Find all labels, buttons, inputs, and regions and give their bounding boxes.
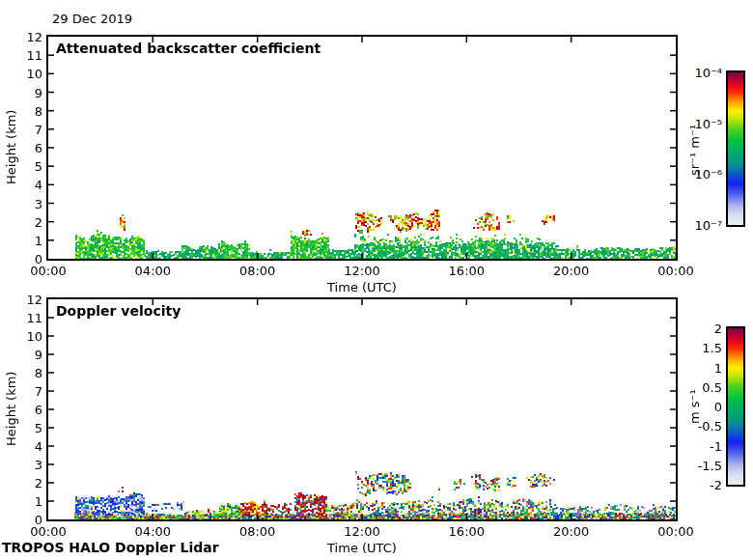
- y-tick-label: 10: [26, 328, 42, 343]
- x-tick-label: 20:00: [553, 264, 589, 278]
- backscatter-panel: [46, 35, 678, 261]
- y-tick-label: 6: [35, 141, 42, 155]
- doppler-colorbar: [726, 326, 745, 487]
- y-tick-label: 4: [35, 438, 42, 453]
- y-tick-label: 6: [35, 403, 42, 417]
- x-tick-label: 00:00: [657, 524, 693, 539]
- x-tick-label: 08:00: [239, 264, 275, 278]
- y-tick-label: 8: [35, 365, 42, 379]
- y-tick-label: 7: [35, 122, 42, 136]
- backscatter-plot-canvas: [48, 37, 676, 259]
- colorbar-tick-label: 1.5: [702, 341, 722, 355]
- y-tick-label: 5: [35, 421, 42, 435]
- colorbar-tick-label: -2: [710, 478, 722, 492]
- colorbar-tick-label: 10⁻⁴: [694, 66, 722, 80]
- colorbar-tick-label: -1.5: [698, 458, 722, 472]
- x-tick-label: 04:00: [135, 264, 171, 278]
- x-tick-label: 08:00: [239, 524, 275, 539]
- x-tick-label: 12:00: [344, 264, 379, 278]
- colorbar-tick-label: 1: [714, 360, 722, 375]
- doppler-y-axis-title: Height (km): [4, 372, 18, 446]
- colorbar-tick-label: 0: [714, 400, 722, 414]
- y-tick-label: 9: [35, 348, 42, 362]
- x-tick-label: 04:00: [135, 524, 171, 539]
- x-tick-label: 20:00: [553, 524, 589, 539]
- y-tick-label: 1: [35, 233, 42, 247]
- y-tick-label: 9: [35, 85, 42, 99]
- y-tick-label: 7: [35, 384, 42, 399]
- doppler-plot-canvas: [48, 299, 676, 519]
- doppler-colorbar-unit: m s⁻¹: [687, 389, 702, 424]
- lidar-quicklook-page: 29 Dec 2019 Attenuated backscatter coeff…: [0, 0, 753, 560]
- colorbar-tick-label: 0.5: [702, 379, 722, 394]
- backscatter-x-axis-title: Time (UTC): [48, 280, 676, 294]
- doppler-x-ticks: 00:0004:0008:0012:0016:0020:0000:00: [48, 524, 676, 540]
- doppler-panel: [46, 297, 678, 521]
- backscatter-colorbar-unit: sr⁻¹ m⁻¹: [687, 125, 702, 176]
- x-tick-label: 00:00: [30, 264, 66, 278]
- y-tick-label: 3: [35, 458, 42, 472]
- doppler-panel-title: Doppler velocity: [56, 303, 181, 319]
- colorbar-tick-label: -1: [710, 438, 722, 453]
- colorbar-tick-label: 2: [714, 322, 722, 336]
- y-tick-label: 11: [26, 48, 42, 63]
- backscatter-x-ticks: 00:0004:0008:0012:0016:0020:0000:00: [48, 264, 676, 279]
- y-tick-label: 12: [26, 293, 42, 307]
- backscatter-y-axis-title: Height (km): [4, 110, 18, 184]
- x-tick-label: 00:00: [30, 524, 66, 539]
- y-tick-label: 1: [35, 494, 42, 509]
- y-tick-label: 2: [35, 476, 42, 490]
- y-tick-label: 3: [35, 196, 42, 210]
- backscatter-panel-title: Attenuated backscatter coefficient: [56, 41, 321, 56]
- y-tick-label: 10: [26, 67, 42, 81]
- instrument-label: TROPOS HALO Doppler Lidar: [2, 540, 219, 555]
- y-tick-label: 4: [35, 178, 42, 192]
- y-tick-label: 11: [26, 310, 42, 324]
- backscatter-colorbar: [726, 70, 745, 227]
- colorbar-tick-label: 10⁻⁷: [694, 218, 722, 233]
- y-tick-label: 8: [35, 103, 42, 118]
- y-tick-label: 12: [26, 30, 42, 44]
- x-tick-label: 16:00: [449, 524, 485, 539]
- x-tick-label: 16:00: [449, 264, 485, 278]
- y-tick-label: 2: [35, 214, 42, 229]
- x-tick-label: 00:00: [657, 264, 693, 278]
- x-tick-label: 12:00: [344, 524, 379, 539]
- y-tick-label: 5: [35, 159, 42, 174]
- date-label: 29 Dec 2019: [52, 12, 132, 26]
